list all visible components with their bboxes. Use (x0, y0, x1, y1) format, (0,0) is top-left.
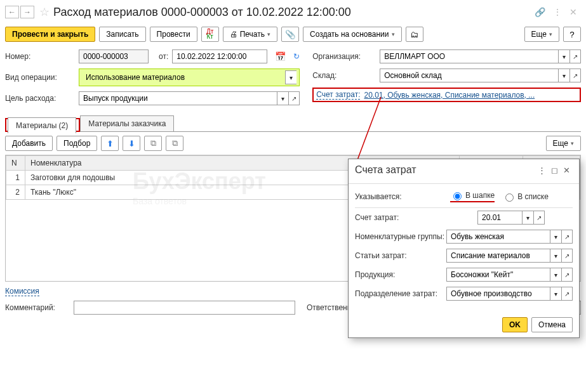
warehouse-dropdown[interactable]: ▾ (558, 69, 569, 82)
post-button[interactable]: Провести (150, 27, 197, 42)
purpose-label: Цель расхода: (5, 94, 75, 103)
comment-label: Комментарий: (5, 303, 69, 312)
help-button[interactable]: ? (563, 27, 581, 42)
post-and-close-button[interactable]: Провести и закрыть (5, 27, 95, 42)
radio-in-list[interactable]: В списке (502, 192, 549, 202)
org-label: Организация: (312, 52, 376, 61)
popup-product-open[interactable]: ↗ (561, 268, 573, 282)
tab-customer-materials[interactable]: Материалы заказчика (80, 115, 174, 131)
close-icon[interactable]: ✕ (569, 7, 577, 17)
col-n: N (6, 156, 25, 171)
popup-account-input[interactable] (477, 211, 522, 225)
menu-dots-icon[interactable]: ⋮ (553, 7, 562, 17)
popup-close-icon[interactable]: ✕ (561, 166, 573, 175)
purpose-input[interactable] (79, 91, 277, 105)
radio-in-header-input[interactable] (453, 192, 462, 200)
popup-nomgroup-dropdown[interactable]: ▾ (550, 230, 561, 244)
popup-nomgroup-input[interactable] (446, 230, 550, 244)
org-input[interactable] (380, 49, 558, 63)
popup-account-open[interactable]: ↗ (533, 211, 545, 225)
move-down-button[interactable]: ⬇ (123, 136, 140, 151)
move-up-button[interactable]: ⬆ (101, 136, 119, 151)
radio-in-list-input[interactable] (505, 193, 514, 202)
date-input[interactable] (172, 49, 267, 63)
print-button[interactable]: 🖨 Печать ▾ (223, 27, 277, 42)
save-button[interactable]: Записать (99, 27, 145, 42)
favorite-star-icon[interactable]: ☆ (39, 5, 50, 19)
popup-dept-open[interactable]: ↗ (561, 287, 573, 301)
popup-product-label: Продукция: (355, 270, 446, 279)
link-icon[interactable]: 🔗 (535, 7, 545, 17)
print-label: Печать (240, 30, 265, 39)
popup-costitem-dropdown[interactable]: ▾ (550, 249, 561, 263)
calendar-icon[interactable]: 📅 (275, 51, 286, 62)
nav-back-button[interactable]: ← (5, 6, 19, 18)
popup-maximize-icon[interactable]: ◻ (549, 166, 561, 175)
org-open[interactable]: ↗ (569, 49, 581, 63)
popup-dept-input[interactable] (446, 287, 550, 301)
dtkt-button[interactable]: ДтКт (201, 27, 219, 42)
number-label: Номер: (5, 52, 75, 61)
popup-product-dropdown[interactable]: ▾ (550, 268, 561, 282)
pick-button[interactable]: Подбор (57, 136, 97, 151)
operation-input[interactable] (82, 70, 285, 84)
popup-dept-label: Подразделение затрат: (355, 289, 446, 298)
popup-nomgroup-label: Номенклатурные группы: (355, 232, 446, 241)
nav-forward-button[interactable]: → (20, 6, 34, 18)
cost-account-link[interactable]: 20.01, Обувь женская, Списание материало… (364, 91, 577, 100)
cost-account-label[interactable]: Счет затрат: (316, 90, 360, 100)
warehouse-input[interactable] (380, 69, 558, 82)
more-button[interactable]: Еще ▾ (524, 27, 559, 42)
warehouse-open[interactable]: ↗ (569, 69, 581, 82)
purpose-open[interactable]: ↗ (288, 91, 300, 105)
popup-account-dropdown[interactable]: ▾ (522, 211, 533, 225)
paste-button[interactable]: ⧉ (166, 136, 183, 151)
purpose-dropdown[interactable]: ▾ (277, 91, 288, 105)
popup-ok-button[interactable]: OK (502, 317, 528, 320)
comment-input[interactable] (74, 301, 295, 315)
popup-cancel-button[interactable]: Отмена (531, 317, 573, 320)
warehouse-label: Склад: (312, 71, 376, 80)
attach-button[interactable]: 📎 (281, 27, 299, 42)
popup-costitem-input[interactable] (446, 249, 550, 263)
popup-product-input[interactable] (446, 268, 550, 282)
cost-accounts-popup: Счета затрат ⋮ ◻ ✕ Указывается: В шапке … (348, 159, 580, 320)
popup-costitem-open[interactable]: ↗ (561, 249, 573, 263)
tab-materials[interactable]: Материалы (2) (8, 117, 76, 133)
commission-link[interactable]: Комиссия (5, 287, 39, 296)
popup-menu-icon[interactable]: ⋮ (535, 166, 549, 175)
from-label: от: (159, 52, 168, 61)
add-button[interactable]: Добавить (5, 136, 53, 151)
operation-label: Вид операции: (5, 73, 75, 82)
specified-label: Указывается: (355, 192, 450, 201)
create-based-button[interactable]: Создать на основании ▾ (303, 27, 402, 42)
refresh-icon[interactable]: ↻ (293, 52, 300, 61)
org-dropdown[interactable]: ▾ (558, 49, 569, 63)
number-input[interactable] (79, 49, 149, 63)
popup-dept-dropdown[interactable]: ▾ (550, 287, 561, 301)
radio-in-header[interactable]: В шапке (450, 190, 495, 202)
popup-account-label: Счет затрат: (355, 213, 450, 222)
reports-button[interactable]: 🗂 (406, 27, 423, 42)
popup-title: Счета затрат (355, 164, 535, 176)
window-title: Расход материалов 0000-000003 от 10.02.2… (53, 6, 531, 19)
popup-costitem-label: Статьи затрат: (355, 251, 446, 260)
popup-nomgroup-open[interactable]: ↗ (561, 230, 573, 244)
copy-button[interactable]: ⧉ (144, 136, 162, 151)
table-more-button[interactable]: Еще ▾ (546, 136, 581, 151)
operation-dropdown[interactable]: ▾ (285, 70, 296, 84)
